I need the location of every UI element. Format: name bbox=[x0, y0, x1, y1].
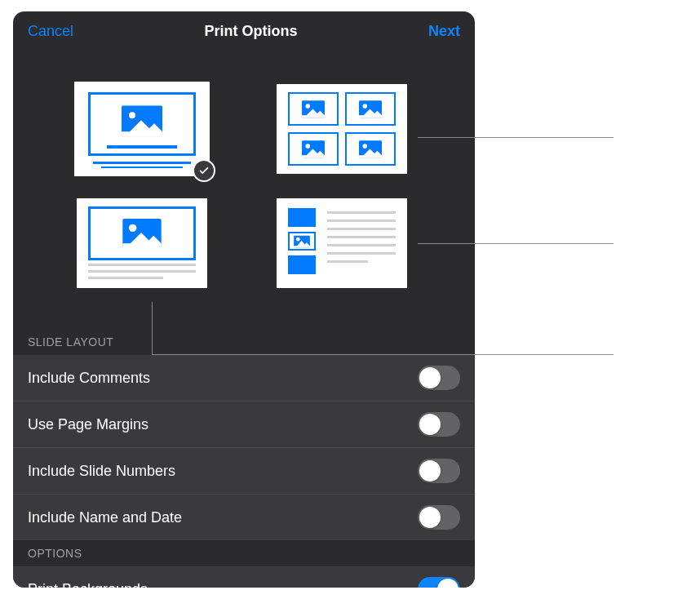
slide-layout-group: Include Comments Use Page Margins Includ… bbox=[13, 355, 475, 540]
callout-line bbox=[152, 302, 153, 354]
layout-option-handout[interactable] bbox=[77, 198, 207, 288]
slide-layout-header: SLIDE LAYOUT bbox=[13, 329, 475, 355]
row-label: Print Backgrounds bbox=[28, 581, 148, 588]
callout-line bbox=[418, 137, 614, 138]
row-label: Include Comments bbox=[28, 370, 150, 387]
print-options-panel: Cancel Print Options Next bbox=[13, 11, 475, 588]
callout-line bbox=[152, 354, 614, 355]
row-include-comments: Include Comments bbox=[13, 355, 475, 402]
layout-option-grid[interactable] bbox=[277, 84, 407, 174]
row-label: Use Page Margins bbox=[28, 416, 148, 433]
svg-point-13 bbox=[362, 144, 367, 149]
svg-point-19 bbox=[296, 237, 300, 241]
callout-line bbox=[418, 243, 614, 244]
layout-option-outline[interactable] bbox=[277, 198, 407, 288]
panel-title: Print Options bbox=[205, 23, 298, 40]
panel-header: Cancel Print Options Next bbox=[13, 11, 475, 51]
options-group: Print Backgrounds bbox=[13, 566, 475, 588]
svg-point-4 bbox=[305, 104, 310, 109]
options-header: OPTIONS bbox=[13, 540, 475, 566]
toggle-include-slide-numbers[interactable] bbox=[418, 459, 460, 483]
checkmark-icon bbox=[193, 159, 215, 182]
row-use-page-margins: Use Page Margins bbox=[13, 402, 475, 448]
next-button[interactable]: Next bbox=[428, 23, 460, 40]
row-label: Include Slide Numbers bbox=[28, 463, 175, 480]
svg-point-7 bbox=[362, 104, 367, 109]
svg-point-1 bbox=[129, 112, 135, 118]
svg-point-10 bbox=[305, 144, 310, 149]
toggle-include-name-date[interactable] bbox=[418, 505, 460, 530]
row-include-name-date: Include Name and Date bbox=[13, 495, 475, 540]
toggle-include-comments[interactable] bbox=[418, 366, 460, 390]
cancel-button[interactable]: Cancel bbox=[28, 23, 73, 40]
row-include-slide-numbers: Include Slide Numbers bbox=[13, 448, 475, 495]
svg-point-16 bbox=[129, 224, 136, 232]
row-label: Include Name and Date bbox=[28, 509, 182, 526]
toggle-print-backgrounds[interactable] bbox=[418, 577, 460, 588]
layout-options-grid bbox=[13, 51, 475, 304]
toggle-use-page-margins[interactable] bbox=[418, 412, 460, 437]
row-print-backgrounds: Print Backgrounds bbox=[13, 566, 475, 588]
layout-option-slide[interactable] bbox=[77, 84, 207, 174]
